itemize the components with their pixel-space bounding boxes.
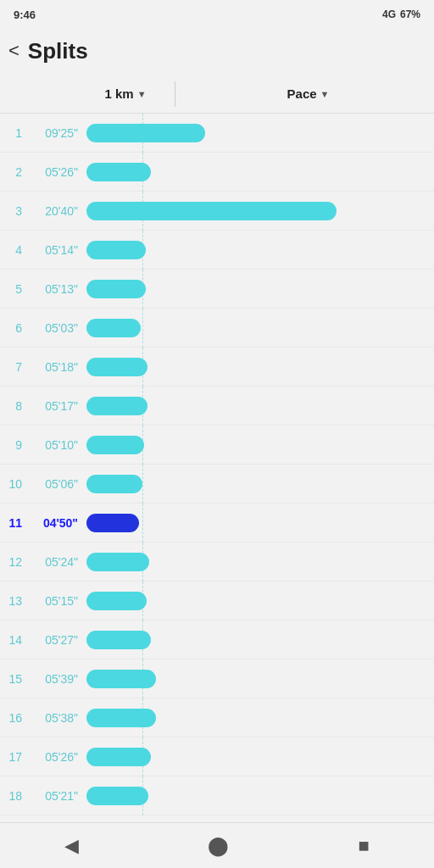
- split-bar: [86, 553, 149, 571]
- column-headers: 1 km ▼ Pace ▼: [0, 75, 434, 114]
- table-row: 1405'27": [0, 620, 434, 659]
- split-number: 14: [0, 633, 25, 647]
- table-row: 505'13": [0, 270, 434, 309]
- bar-area: [83, 387, 434, 426]
- split-number: 7: [0, 360, 25, 374]
- split-bar: [86, 514, 139, 532]
- split-number: 13: [0, 594, 25, 608]
- split-time: 05'24": [25, 555, 83, 569]
- split-number: 12: [0, 555, 25, 569]
- nav-recents-button[interactable]: ■: [359, 835, 370, 857]
- split-number: 9: [0, 438, 25, 452]
- split-number: 15: [0, 672, 25, 686]
- split-time: 05'18": [25, 360, 83, 374]
- battery-icon: 67%: [400, 8, 420, 20]
- back-button[interactable]: <: [8, 40, 19, 62]
- split-bar: [86, 436, 144, 454]
- split-bar: [86, 631, 151, 649]
- bar-area: [83, 620, 434, 659]
- status-time: 9:46: [14, 8, 36, 21]
- split-time: 05'10": [25, 438, 83, 452]
- distance-dropdown-icon: ▼: [137, 89, 147, 99]
- split-bar: [86, 163, 151, 181]
- table-row: 605'03": [0, 309, 434, 348]
- table-row: 1705'26": [0, 737, 434, 776]
- bar-area: [83, 153, 434, 192]
- bar-area: [83, 659, 434, 698]
- split-time: 20'40": [25, 204, 83, 218]
- split-time: 05'13": [25, 282, 83, 296]
- split-time: 05'21": [25, 789, 83, 803]
- split-number: 6: [0, 321, 25, 335]
- bar-area: [83, 776, 434, 815]
- table-row: 1104'50": [0, 504, 434, 542]
- table-row: 805'17": [0, 387, 434, 426]
- split-bar: [86, 670, 156, 688]
- pace-dropdown-icon: ▼: [320, 89, 330, 99]
- split-number: 4: [0, 243, 25, 257]
- col-pace-header[interactable]: Pace ▼: [182, 86, 434, 101]
- bar-area: [83, 737, 434, 776]
- split-bar: [86, 202, 337, 220]
- nav-home-button[interactable]: ⬤: [208, 835, 229, 857]
- bar-area: [83, 231, 434, 270]
- split-number: 2: [0, 165, 25, 179]
- split-time: 05'06": [25, 477, 83, 491]
- table-row: 1305'15": [0, 581, 434, 620]
- table-row: 320'40": [0, 192, 434, 231]
- bar-area: [83, 114, 434, 153]
- split-time: 05'26": [25, 165, 83, 179]
- split-number: 10: [0, 477, 25, 491]
- split-bar: [86, 709, 156, 727]
- split-bar: [86, 358, 147, 376]
- bar-area: [83, 542, 434, 581]
- bar-area: [83, 465, 434, 504]
- split-time: 05'27": [25, 633, 83, 647]
- table-row: 705'18": [0, 348, 434, 387]
- bottom-nav: ◀ ⬤ ■: [0, 822, 434, 868]
- split-time: 05'15": [25, 594, 83, 608]
- bar-area: [83, 309, 434, 348]
- table-row: 1505'39": [0, 659, 434, 698]
- split-bar: [86, 787, 148, 805]
- split-bar: [86, 241, 146, 259]
- col-pace-label: Pace: [287, 86, 317, 101]
- bar-area: [83, 270, 434, 309]
- split-number: 17: [0, 750, 25, 764]
- table-row: 1005'06": [0, 465, 434, 504]
- table-row: 905'10": [0, 426, 434, 465]
- bar-area: [83, 504, 434, 542]
- split-bar: [86, 592, 147, 610]
- split-time: 09'25": [25, 126, 83, 140]
- header: < Splits: [0, 27, 434, 75]
- splits-list: 109'25"205'26"320'40"405'14"505'13"605'0…: [0, 114, 434, 822]
- split-time: 05'26": [25, 750, 83, 764]
- split-bar: [86, 397, 147, 415]
- col-distance-header[interactable]: 1 km ▼: [83, 86, 168, 101]
- bar-area: [83, 581, 434, 620]
- split-number: 18: [0, 789, 25, 803]
- split-number: 1: [0, 126, 25, 140]
- bar-area: [83, 426, 434, 465]
- table-row: 1605'38": [0, 698, 434, 737]
- split-number: 16: [0, 711, 25, 725]
- network-icon: 4G: [382, 8, 396, 20]
- split-number: 8: [0, 399, 25, 413]
- table-row: 1205'24": [0, 542, 434, 581]
- bar-area: [83, 698, 434, 737]
- split-bar: [86, 124, 205, 142]
- split-number: 5: [0, 282, 25, 296]
- split-bar: [86, 748, 151, 766]
- split-time: 04'50": [25, 516, 83, 530]
- split-time: 05'39": [25, 672, 83, 686]
- table-row: 205'26": [0, 153, 434, 192]
- split-bar: [86, 475, 142, 493]
- table-row: 405'14": [0, 231, 434, 270]
- split-time: 05'17": [25, 399, 83, 413]
- table-row: 109'25": [0, 114, 434, 153]
- nav-back-button[interactable]: ◀: [64, 835, 79, 857]
- split-time: 05'03": [25, 321, 83, 335]
- page-title: Splits: [28, 38, 88, 64]
- split-number: 11: [0, 516, 25, 530]
- col-distance-label: 1 km: [104, 86, 133, 101]
